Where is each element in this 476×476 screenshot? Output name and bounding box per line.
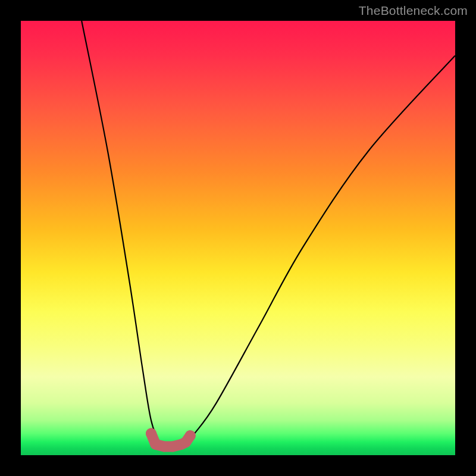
plot-area [21, 21, 455, 455]
chart-container: TheBottleneck.com [0, 0, 476, 476]
optimal-marker [146, 428, 156, 439]
optimal-markers-group [146, 428, 196, 452]
watermark-text: TheBottleneck.com [359, 4, 468, 18]
bottleneck-curve-path [82, 21, 455, 447]
curve-svg [21, 21, 455, 455]
optimal-marker [185, 430, 196, 441]
